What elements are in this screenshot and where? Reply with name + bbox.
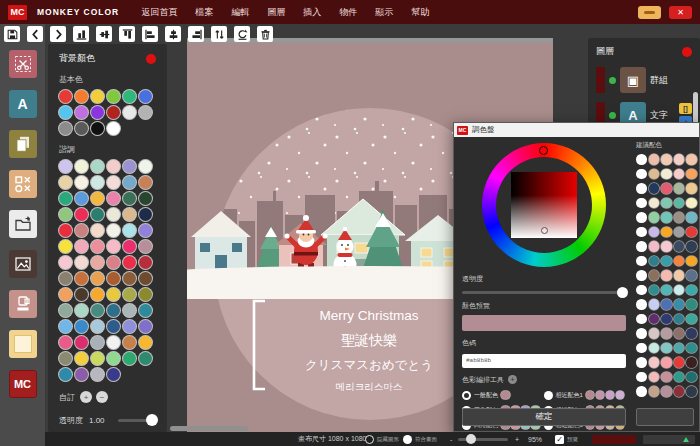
dialog-opacity-knob[interactable] [617,287,628,298]
suggestion-swatch[interactable] [674,212,685,223]
suggestion-swatch[interactable] [649,314,660,325]
color-swatch[interactable] [75,272,88,285]
menu-item[interactable]: 編輯 [231,6,249,19]
menu-item[interactable]: 幫助 [411,6,429,19]
color-swatch[interactable] [107,368,120,381]
color-swatch[interactable] [123,288,136,301]
color-swatch[interactable] [91,320,104,333]
color-swatch[interactable] [91,90,104,103]
align-center-button[interactable] [165,26,181,42]
color-swatch[interactable] [123,272,136,285]
color-swatch[interactable] [75,192,88,205]
suggestion-swatch[interactable] [686,386,697,397]
suggestion-radio[interactable] [636,198,647,209]
color-swatch[interactable] [123,256,136,269]
suggestion-swatch[interactable] [686,198,697,209]
color-note-tool-icon[interactable] [9,330,37,358]
color-swatch[interactable] [123,106,136,119]
color-swatch[interactable] [123,240,136,253]
crop-tool-icon[interactable] [9,50,37,78]
align-middle-button[interactable] [96,26,112,42]
suggestion-swatch[interactable] [649,285,660,296]
color-swatch[interactable] [59,176,72,189]
color-swatch[interactable] [59,256,72,269]
menu-item[interactable]: 圖層 [267,6,285,19]
color-swatch[interactable] [139,240,152,253]
color-swatch[interactable] [123,352,136,365]
color-swatch[interactable] [139,304,152,317]
scheme-option[interactable]: 相近配色1 [544,391,625,400]
suggestion-swatch[interactable] [661,154,672,165]
suggestion-row[interactable] [636,343,699,354]
suggestion-swatch[interactable] [661,256,672,267]
color-swatch[interactable] [59,208,72,221]
color-swatch[interactable] [139,256,152,269]
suggestion-swatch[interactable] [661,227,672,238]
save-button[interactable] [4,26,20,42]
color-swatch[interactable] [59,224,72,237]
color-swatch[interactable] [75,368,88,381]
zoom-in-button[interactable]: + [515,432,519,446]
suggestion-swatch[interactable] [686,314,697,325]
horizontal-scrollbar-thumb[interactable] [170,426,248,431]
color-swatch[interactable] [139,272,152,285]
suggestion-swatch[interactable] [674,314,685,325]
menu-item[interactable]: 檔案 [195,6,213,19]
color-swatch[interactable] [75,176,88,189]
suggestion-row[interactable] [636,314,699,325]
suggestion-row[interactable] [636,227,699,238]
suggestion-swatch[interactable] [674,328,685,339]
suggestion-row[interactable] [636,169,699,180]
color-swatch[interactable] [123,192,136,205]
suggestion-swatch[interactable] [649,270,660,281]
color-swatch[interactable] [91,288,104,301]
suggestion-swatch[interactable] [686,256,697,267]
undo-button[interactable] [27,26,43,42]
scheme-swatch[interactable] [586,391,595,400]
color-swatch[interactable] [107,106,120,119]
color-swatch[interactable] [59,122,72,135]
suggestion-swatch[interactable] [686,241,697,252]
color-swatch[interactable] [75,304,88,317]
suggestion-row[interactable] [636,270,699,281]
suggestion-swatch[interactable] [661,183,672,194]
suggestion-swatch[interactable] [661,328,672,339]
color-swatch[interactable] [59,288,72,301]
color-swatch[interactable] [91,336,104,349]
color-swatch[interactable] [107,224,120,237]
saturation-value-square[interactable] [511,172,577,238]
dialog-title-bar[interactable]: MC 調色盤 [454,123,699,137]
confirm-button[interactable]: 確定 [462,408,626,426]
color-swatch[interactable] [107,176,120,189]
color-swatch[interactable] [123,336,136,349]
color-swatch[interactable] [123,208,136,221]
suggestion-swatch[interactable] [661,343,672,354]
suggestion-row[interactable] [636,299,699,310]
suggestion-radio[interactable] [636,357,647,368]
suggestion-swatch[interactable] [674,270,685,281]
image-tool-icon[interactable] [9,250,37,278]
minimize-button[interactable] [638,6,661,19]
layers-current-color-dot[interactable] [682,47,692,57]
suggestion-row[interactable] [636,212,699,223]
color-swatch[interactable] [91,304,104,317]
layer-visibility-dot[interactable] [609,77,616,84]
suggestion-row[interactable] [636,328,699,339]
suggestion-swatch[interactable] [686,343,697,354]
color-swatch[interactable] [139,208,152,221]
hue-wheel[interactable] [482,143,606,267]
suggestion-radio[interactable] [636,212,647,223]
suggestion-swatch[interactable] [686,357,697,368]
scheme-swatch[interactable] [616,391,625,400]
color-swatch[interactable] [75,352,88,365]
layer-badge-icon[interactable]: [] [679,103,692,114]
color-swatch[interactable] [75,256,88,269]
color-swatch[interactable] [107,240,120,253]
color-swatch[interactable] [91,240,104,253]
color-swatch[interactable] [75,122,88,135]
suggestion-swatch[interactable] [674,386,685,397]
color-swatch[interactable] [107,288,120,301]
suggestion-row[interactable] [636,285,699,296]
suggestion-row[interactable] [636,256,699,267]
suggestion-swatch[interactable] [686,299,697,310]
